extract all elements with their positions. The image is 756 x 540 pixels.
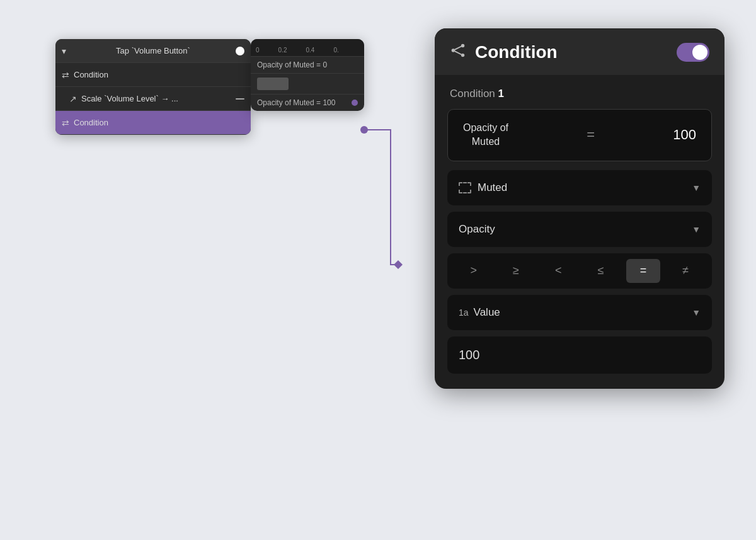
condition-row-1[interactable]: ⇄ Condition <box>55 63 251 87</box>
anim-opacity-100-label: Opacity of Muted = 100 <box>257 98 335 107</box>
tap-row[interactable]: ▾ Tap `Volume Button` <box>55 39 251 63</box>
muted-dropdown-arrow: ▼ <box>692 183 701 193</box>
scale-row[interactable]: ↗ Scale `Volume Level` → ... <box>55 87 251 111</box>
connector-dot <box>352 100 358 106</box>
toggle-knob <box>692 45 707 60</box>
condition2-icon: ⇄ <box>62 118 69 128</box>
muted-dropdown[interactable]: Muted ▼ <box>447 170 712 205</box>
dashed-rect-icon <box>459 182 471 193</box>
rp-body: Condition 1 Opacity ofMuted = 100 Muted … <box>435 75 724 374</box>
op-lte[interactable]: ≤ <box>584 259 618 283</box>
op-gte[interactable]: ≥ <box>499 259 533 283</box>
ruler-04: 0.4 <box>306 47 314 54</box>
value-type-arrow: ▼ <box>692 307 701 318</box>
share-icon <box>450 42 466 62</box>
anim-bar-row <box>251 74 364 95</box>
opacity-label-text: Opacity <box>459 223 495 236</box>
condition-text: Condition <box>450 88 495 100</box>
rp-title: Condition <box>475 42 558 62</box>
scale-minus <box>236 98 244 100</box>
op-greater[interactable]: > <box>457 259 491 283</box>
anim-opacity-0-row: Opacity of Muted = 0 <box>251 57 364 74</box>
ruler-0: 0 <box>256 47 260 54</box>
ruler-02: 0.2 <box>278 47 287 54</box>
opacity-dropdown[interactable]: Opacity ▼ <box>447 212 712 247</box>
cbox-equals: = <box>587 127 595 143</box>
muted-label-text: Muted <box>478 181 507 194</box>
value-input-text: 100 <box>459 348 479 362</box>
muted-dropdown-label: Muted <box>459 181 507 194</box>
condition2-label: Condition <box>74 118 108 127</box>
condition1-label: Condition <box>74 70 108 79</box>
op-notequals[interactable]: ≠ <box>668 259 702 283</box>
anim-ruler: 0 0.2 0.4 0. <box>251 39 364 57</box>
opacity-dropdown-arrow: ▼ <box>692 224 701 234</box>
op-less[interactable]: < <box>541 259 575 283</box>
connector-path <box>364 130 400 265</box>
val-type-text: Value <box>474 306 500 319</box>
svg-line-4 <box>455 47 462 50</box>
ruler-06: 0. <box>333 47 338 54</box>
anim-opacity-0-label: Opacity of Muted = 0 <box>257 60 327 69</box>
value-type-dropdown[interactable]: 1a Value ▼ <box>447 295 712 330</box>
tap-icon: ▾ <box>62 46 66 56</box>
tap-label: Tap `Volume Button` <box>116 46 190 55</box>
operator-row: > ≥ < ≤ = ≠ <box>447 253 712 289</box>
value-type-label: 1a Value <box>459 306 500 319</box>
condition-row-2-active[interactable]: ⇄ Condition <box>55 111 251 135</box>
value-input-row[interactable]: 100 <box>447 336 712 374</box>
condition1-icon: ⇄ <box>62 70 69 80</box>
rp-header: Condition <box>435 28 724 75</box>
anim-panel: 0 0.2 0.4 0. Opacity of Muted = 0 Opacit… <box>251 39 364 111</box>
val-1a-prefix: 1a <box>459 307 469 318</box>
opacity-dropdown-label: Opacity <box>459 223 495 236</box>
toggle-switch[interactable] <box>677 43 709 62</box>
connector-diamond <box>394 260 403 269</box>
left-panel: ▾ Tap `Volume Button` ⇄ Condition ↗ Scal… <box>55 39 251 135</box>
anim-bar <box>257 78 289 90</box>
cbox-value: 100 <box>673 127 696 143</box>
op-equals[interactable]: = <box>626 259 660 283</box>
scale-icon: ↗ <box>69 94 77 104</box>
scale-label: Scale `Volume Level` → ... <box>81 94 178 103</box>
cbox-opacity-label: Opacity ofMuted <box>463 121 508 149</box>
right-panel: Condition Condition 1 Opacity ofMuted = … <box>435 28 724 389</box>
anim-opacity-100-row: Opacity of Muted = 100 <box>251 95 364 111</box>
condition-number-label: Condition 1 <box>447 88 712 100</box>
svg-line-5 <box>455 51 462 54</box>
condition-num: 1 <box>498 88 504 100</box>
condition-summary-box: Opacity ofMuted = 100 <box>447 109 712 161</box>
rp-header-left: Condition <box>450 42 558 62</box>
tap-circle <box>236 47 244 55</box>
